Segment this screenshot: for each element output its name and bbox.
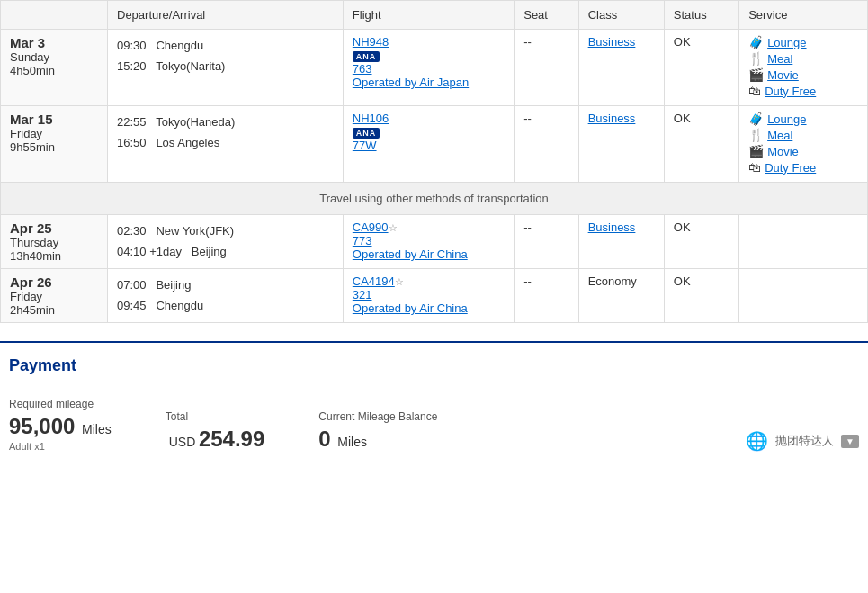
balance-item: Current Mileage Balance 0 Miles <box>318 410 437 452</box>
seat-value: -- <box>523 274 532 288</box>
status-cell: OK <box>664 30 738 106</box>
seat-cell: -- <box>515 269 578 323</box>
depart-city: Chengdu <box>156 39 203 52</box>
operated-link[interactable]: Operated by Air China <box>353 301 468 315</box>
route-cell: 09:30 Chengdu 15:20 Tokyo(Narita) <box>108 30 344 106</box>
service-link-movie[interactable]: Movie <box>767 145 799 158</box>
service-item-movie[interactable]: 🎬 Movie <box>748 144 858 158</box>
operated-link[interactable]: Operated by Air China <box>353 247 468 261</box>
service-icon-duty-free: 🛍 <box>748 160 761 175</box>
depart-row: 09:30 Chengdu <box>117 35 334 56</box>
flight-cell: NH106 ANA 77W <box>343 106 514 183</box>
col-departure: Departure/Arrival <box>108 1 344 30</box>
col-class: Class <box>578 1 664 30</box>
status-cell: OK <box>664 269 738 323</box>
flight-cell: CA990☆ 773 Operated by Air China <box>343 215 514 269</box>
ana-logo: ANA <box>353 128 380 139</box>
aircraft-link[interactable]: 763 <box>353 62 372 76</box>
payment-row: Required mileage 95,000 Miles Adult x1 T… <box>9 389 859 461</box>
col-seat: Seat <box>515 1 578 30</box>
arrive-time: 15:20 <box>117 59 147 73</box>
flight-day: Sunday <box>10 50 98 64</box>
service-item-duty-free[interactable]: 🛍 Duty Free <box>748 160 858 175</box>
service-cell: 🧳 Lounge 🍴 Meal 🎬 Movie 🛍 Duty Free <box>739 30 868 106</box>
arrive-city: Los Angeles <box>156 136 219 149</box>
aircraft-link[interactable]: 321 <box>353 288 372 301</box>
watermark: 🌐 抛团特达人 ▼ <box>746 430 859 452</box>
service-link-duty-free[interactable]: Duty Free <box>765 161 816 175</box>
mileage-value-row: 95,000 Miles <box>9 414 112 439</box>
date-cell: Mar 3 Sunday 4h50min <box>1 30 108 106</box>
service-item-lounge[interactable]: 🧳 Lounge <box>748 35 858 49</box>
flight-cell: CA4194☆ 321 Operated by Air China <box>343 269 514 323</box>
table-row: Apr 26 Friday 2h45min 07:00 Beijing 09:4… <box>1 269 868 323</box>
total-label: Total <box>166 410 265 423</box>
arrive-city: Tokyo(Narita) <box>156 59 225 73</box>
dropdown-arrow[interactable]: ▼ <box>841 435 859 448</box>
service-link-lounge[interactable]: Lounge <box>767 112 806 126</box>
col-flight: Flight <box>343 1 514 30</box>
depart-time: 22:55 <box>117 115 147 129</box>
service-item-meal[interactable]: 🍴 Meal <box>748 128 858 142</box>
class-cell: Business <box>578 106 664 183</box>
flight-code-row: NH948 <box>353 35 505 49</box>
aircraft-link[interactable]: 77W <box>353 139 377 152</box>
payment-title: Payment <box>9 356 859 375</box>
flight-day: Friday <box>10 127 98 140</box>
arrive-row: 04:10 +1day Beijing <box>117 241 334 262</box>
service-item-meal[interactable]: 🍴 Meal <box>748 51 858 66</box>
flight-code-link[interactable]: NH948 <box>353 35 389 49</box>
service-link-movie[interactable]: Movie <box>767 68 799 82</box>
flight-duration: 4h50min <box>10 64 98 77</box>
service-item-movie[interactable]: 🎬 Movie <box>748 67 858 82</box>
seat-cell: -- <box>515 106 578 183</box>
class-link[interactable]: Business <box>588 112 636 125</box>
col-status: Status <box>664 1 738 30</box>
service-link-meal[interactable]: Meal <box>767 129 792 142</box>
service-icon-lounge: 🧳 <box>748 35 764 49</box>
arrive-time: 16:50 <box>117 136 147 149</box>
class-link[interactable]: Business <box>588 220 636 234</box>
total-currency: USD <box>169 435 196 449</box>
aircraft-link[interactable]: 773 <box>353 234 372 247</box>
depart-time: 02:30 <box>117 224 147 238</box>
service-cell <box>739 215 868 269</box>
seat-value: -- <box>523 35 532 49</box>
class-cell: Business <box>578 215 664 269</box>
col-service: Service <box>739 1 868 30</box>
service-icon-duty-free: 🛍 <box>748 84 761 98</box>
flight-schedule-table: Departure/Arrival Flight Seat Class Stat… <box>0 0 868 323</box>
depart-time: 07:00 <box>117 278 147 292</box>
route-cell: 02:30 New York(JFK) 04:10 +1day Beijing <box>108 215 344 269</box>
date-cell: Apr 26 Friday 2h45min <box>1 269 108 323</box>
flight-code-link[interactable]: NH106 <box>353 112 389 125</box>
class-link[interactable]: Business <box>588 35 636 49</box>
arrive-row: 15:20 Tokyo(Narita) <box>117 56 334 76</box>
operated-link[interactable]: Operated by Air Japan <box>353 76 469 89</box>
flight-code-link[interactable]: CA4194 <box>353 274 395 288</box>
depart-row: 07:00 Beijing <box>117 274 334 295</box>
depart-city: Beijing <box>156 278 191 292</box>
flight-code-row: NH106 <box>353 112 505 125</box>
total-item: Total USD 254.99 <box>166 410 265 452</box>
arrive-row: 09:45 Chengdu <box>117 295 334 316</box>
status-cell: OK <box>664 215 738 269</box>
service-item-duty-free[interactable]: 🛍 Duty Free <box>748 84 858 98</box>
seat-value: -- <box>523 220 532 234</box>
service-link-duty-free[interactable]: Duty Free <box>765 85 816 98</box>
status-value: OK <box>674 220 691 234</box>
status-value: OK <box>674 112 691 125</box>
watermark-icon: 🌐 <box>746 430 768 452</box>
depart-row: 02:30 New York(JFK) <box>117 220 334 241</box>
service-item-lounge[interactable]: 🧳 Lounge <box>748 112 858 126</box>
service-icon-movie: 🎬 <box>748 67 764 82</box>
service-link-meal[interactable]: Meal <box>767 52 792 66</box>
arrive-city: Beijing <box>192 245 227 258</box>
flight-day: Friday <box>10 290 98 303</box>
service-link-lounge[interactable]: Lounge <box>767 36 806 49</box>
flight-code-link[interactable]: CA990 <box>353 220 389 234</box>
date-cell: Mar 15 Friday 9h55min <box>1 106 108 183</box>
flight-date: Apr 26 <box>10 274 98 290</box>
star-icon: ☆ <box>389 222 398 233</box>
flight-day: Thursday <box>10 236 98 249</box>
